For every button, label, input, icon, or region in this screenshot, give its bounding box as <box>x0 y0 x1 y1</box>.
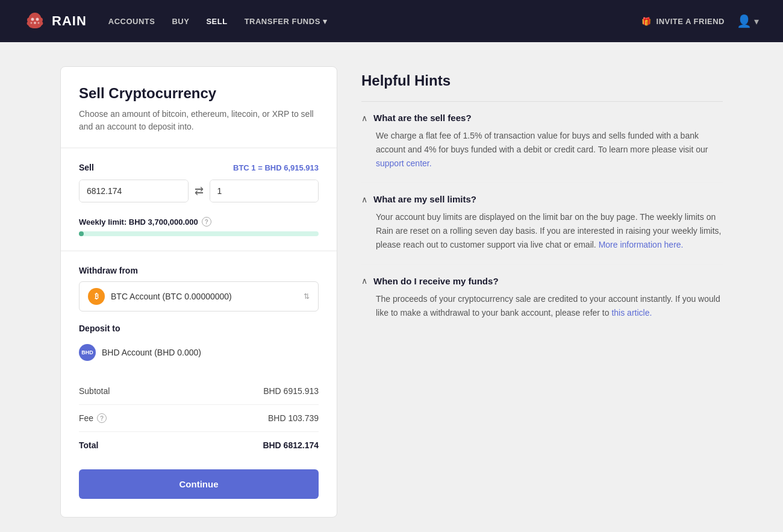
deposit-label: Deposit to <box>79 324 319 333</box>
hint-question-0: What are the sell fees? <box>373 113 472 123</box>
bhd-input-wrap: BHD <box>79 180 189 202</box>
subtotal-value: BHD 6915.913 <box>263 386 319 396</box>
bhd-amount-input[interactable] <box>80 180 189 202</box>
subtotal-row: Subtotal BHD 6915.913 <box>79 378 319 405</box>
hint-item-0: ∧ What are the sell fees? We charge a fl… <box>361 113 723 171</box>
fee-row: Fee ? BHD 103.739 <box>79 405 319 432</box>
withdraw-select-arrow: ⇅ <box>304 292 310 301</box>
weekly-limit-help-icon[interactable]: ? <box>202 217 211 227</box>
logo-area: RAIN <box>24 10 87 32</box>
weekly-limit-label: Weekly limit: BHD 3,700,000.000 ? <box>79 217 319 227</box>
sell-section: Sell BTC 1 = BHD 6,915.913 BHD ⇄ BTC <box>79 163 319 202</box>
user-icon: 👤 <box>737 14 752 28</box>
chevron-down-icon: ▾ <box>323 17 328 26</box>
hint-question-2: When do I receive my funds? <box>373 276 499 286</box>
hint-link-1[interactable]: More information here. <box>599 240 684 249</box>
navbar: RAIN ACCOUNTS BUY SELL TRANSFER FUNDS ▾ … <box>0 0 783 42</box>
hint-body-2: The proceeds of your cryptocurrency sale… <box>361 292 723 320</box>
weekly-limit-section: Weekly limit: BHD 3,700,000.000 ? <box>79 217 319 236</box>
hint-header-1[interactable]: ∧ What are my sell limits? <box>361 194 723 204</box>
hints-panel: Helpful Hints ∧ What are the sell fees? … <box>361 66 723 518</box>
amount-row: BHD ⇄ BTC <box>79 180 319 202</box>
hint-link-0[interactable]: support center. <box>376 158 432 168</box>
total-label: Total <box>79 440 98 450</box>
sell-title: Sell Cryptocurrency <box>79 85 319 102</box>
btc-coin-icon: ₿ <box>88 288 105 305</box>
hint-body-0: We charge a flat fee of 1.5% of transact… <box>361 129 723 171</box>
hint-body-1: Your account buy limits are displayed on… <box>361 210 723 252</box>
user-menu-button[interactable]: 👤 ▾ <box>737 14 759 28</box>
sell-card: Sell Cryptocurrency Choose an amount of … <box>60 66 337 518</box>
fee-value: BHD 103.739 <box>268 413 319 423</box>
nav-left: RAIN ACCOUNTS BUY SELL TRANSFER FUNDS ▾ <box>24 10 327 32</box>
total-value: BHD 6812.174 <box>263 440 319 450</box>
hints-title: Helpful Hints <box>361 72 723 89</box>
swap-icon[interactable]: ⇄ <box>195 184 204 198</box>
total-row: Total BHD 6812.174 <box>79 432 319 458</box>
deposit-section: Deposit to BHD BHD Account (BHD 0.000) <box>79 324 319 366</box>
hint-divider-0 <box>361 183 723 183</box>
svg-point-5 <box>38 22 40 24</box>
hint-chevron-1: ∧ <box>361 195 367 204</box>
weekly-limit-progress-bg <box>79 231 319 236</box>
weekly-limit-progress-fill <box>79 231 84 236</box>
deposit-account-name: BHD Account (BHD 0.000) <box>102 348 201 357</box>
withdraw-account-name: BTC Account (BTC 0.00000000) <box>111 292 232 301</box>
divider-2 <box>61 251 337 251</box>
deposit-row: BHD BHD Account (BHD 0.000) <box>79 339 319 366</box>
svg-point-1 <box>31 18 34 21</box>
svg-point-4 <box>31 22 33 24</box>
continue-button[interactable]: Continue <box>79 469 319 499</box>
withdraw-account-select[interactable]: ₿ BTC Account (BTC 0.00000000) ⇅ <box>79 281 319 311</box>
btc-input-wrap: BTC <box>210 180 319 202</box>
main-content: Sell Cryptocurrency Choose an amount of … <box>0 42 783 532</box>
nav-links: ACCOUNTS BUY SELL TRANSFER FUNDS ▾ <box>108 17 328 26</box>
sell-section-header: Sell BTC 1 = BHD 6,915.913 <box>79 163 319 172</box>
invite-friend-button[interactable]: 🎁 INVITE A FRIEND <box>641 17 725 26</box>
summary-section: Subtotal BHD 6915.913 Fee ? BHD 103.739 … <box>79 378 319 458</box>
hint-item-2: ∧ When do I receive my funds? The procee… <box>361 276 723 320</box>
user-chevron-icon: ▾ <box>754 16 759 27</box>
withdraw-section: Withdraw from ₿ BTC Account (BTC 0.00000… <box>79 266 319 311</box>
fee-label: Fee ? <box>79 413 107 423</box>
sell-label: Sell <box>79 163 94 172</box>
hint-header-2[interactable]: ∧ When do I receive my funds? <box>361 276 723 286</box>
svg-point-3 <box>34 22 36 24</box>
nav-accounts[interactable]: ACCOUNTS <box>108 17 155 26</box>
exchange-rate-badge: BTC 1 = BHD 6,915.913 <box>233 163 319 172</box>
divider-1 <box>61 148 337 148</box>
nav-buy[interactable]: BUY <box>172 17 189 26</box>
hint-chevron-0: ∧ <box>361 113 367 123</box>
hint-header-0[interactable]: ∧ What are the sell fees? <box>361 113 723 123</box>
rain-logo-icon <box>24 10 46 32</box>
nav-sell[interactable]: SELL <box>206 17 227 26</box>
fee-help-icon[interactable]: ? <box>97 413 107 423</box>
bhd-coin-icon: BHD <box>79 344 96 361</box>
svg-point-2 <box>36 18 39 21</box>
nav-right: 🎁 INVITE A FRIEND 👤 ▾ <box>641 14 759 28</box>
nav-transfer-funds[interactable]: TRANSFER FUNDS ▾ <box>245 17 328 26</box>
hint-chevron-2: ∧ <box>361 276 367 286</box>
sell-subtitle: Choose an amount of bitcoin, ethereum, l… <box>79 108 319 133</box>
withdraw-account-left: ₿ BTC Account (BTC 0.00000000) <box>88 288 232 305</box>
hint-link-2[interactable]: this article. <box>611 308 652 318</box>
withdraw-label: Withdraw from <box>79 266 319 275</box>
hint-divider-1 <box>361 264 723 265</box>
logo-text: RAIN <box>52 13 87 29</box>
btc-amount-input[interactable] <box>210 180 319 202</box>
hint-question-1: What are my sell limits? <box>373 194 476 204</box>
hints-divider <box>361 101 723 102</box>
subtotal-label: Subtotal <box>79 386 110 396</box>
gift-icon: 🎁 <box>641 17 652 26</box>
hint-item-1: ∧ What are my sell limits? Your account … <box>361 194 723 252</box>
